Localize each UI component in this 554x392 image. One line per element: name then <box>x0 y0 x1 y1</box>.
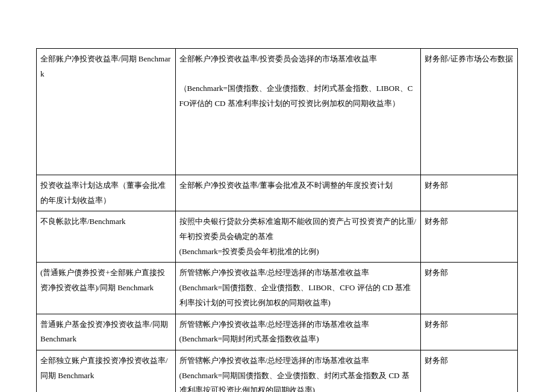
metric-desc-b: (Benchmark=同期国债指数、企业债指数、封闭式基金指数及 CD 基准利率… <box>179 369 417 392</box>
metrics-table: 全部账户净投资收益率/同期 Benchmark 全部帐户净投资收益率/投资委员会… <box>36 48 518 392</box>
metric-desc-b: (Benchmark=国债指数、企业债指数、LIBOR、CFO 评估的 CD 基… <box>179 281 417 310</box>
metric-name: 全部账户净投资收益率/同期 Benchmark <box>40 52 172 81</box>
metric-name: (普通账户债券投资+全部账户直接投资净投资收益率)/同期 Benchmark <box>40 266 172 295</box>
table-row: 全部独立账户直接投资净投资收益率/同期 Benchmark 所管辖帐户净投资收益… <box>37 350 518 392</box>
metric-source: 财务部 <box>425 266 514 281</box>
metric-source: 财务部 <box>425 214 514 229</box>
metric-desc-b: (Benchmark=投资委员会年初批准的比例) <box>179 244 417 260</box>
metric-desc-a: 所管辖帐户净投资收益率/总经理选择的市场基准收益率 <box>179 317 417 332</box>
metric-desc: 全部帐户净投资收益率/董事会批准及不时调整的年度投资计划 <box>179 178 417 193</box>
table-body: 全部账户净投资收益率/同期 Benchmark 全部帐户净投资收益率/投资委员会… <box>37 49 518 393</box>
metric-desc-b: (Benchmark=同期封闭式基金指数收益率) <box>179 332 417 347</box>
metric-source: 财务部/证券市场公布数据 <box>425 52 514 67</box>
metric-name: 投资收益率计划达成率（董事会批准的年度计划收益率） <box>40 178 172 208</box>
metric-desc-a: 所管辖帐户净投资收益率/总经理选择的市场基准收益率 <box>179 266 417 281</box>
metric-source: 财务部 <box>425 317 514 332</box>
metric-desc-a: 所管辖帐户净投资收益率/总经理选择的市场基准收益率 <box>179 353 417 369</box>
table-row: (普通账户债券投资+全部账户直接投资净投资收益率)/同期 Benchmark 所… <box>37 263 518 314</box>
metric-desc-a: 全部帐户净投资收益率/投资委员会选择的市场基准收益率 <box>179 52 417 67</box>
table-row: 全部账户净投资收益率/同期 Benchmark 全部帐户净投资收益率/投资委员会… <box>37 49 518 175</box>
metric-name: 普通账户基金投资净投资收益率/同期 Benchmark <box>40 317 172 347</box>
metric-name: 全部独立账户直接投资净投资收益率/同期 Benchmark <box>40 353 172 383</box>
metric-desc-b: （Benchmark=国债指数、企业债指数、封闭式基金指数、LIBOR、CFO评… <box>179 81 417 111</box>
metric-source: 财务部 <box>425 353 514 369</box>
metric-desc-a: 按照中央银行贷款分类标准逾期不能收回的资产占可投资资产的比重/年初投资委员会确定… <box>179 214 417 244</box>
table-row: 投资收益率计划达成率（董事会批准的年度计划收益率） 全部帐户净投资收益率/董事会… <box>37 175 518 211</box>
metric-source: 财务部 <box>425 178 514 193</box>
table-row: 普通账户基金投资净投资收益率/同期 Benchmark 所管辖帐户净投资收益率/… <box>37 314 518 350</box>
table-row: 不良帐款比率/Benchmark 按照中央银行贷款分类标准逾期不能收回的资产占可… <box>37 211 518 263</box>
metric-name: 不良帐款比率/Benchmark <box>40 214 172 229</box>
